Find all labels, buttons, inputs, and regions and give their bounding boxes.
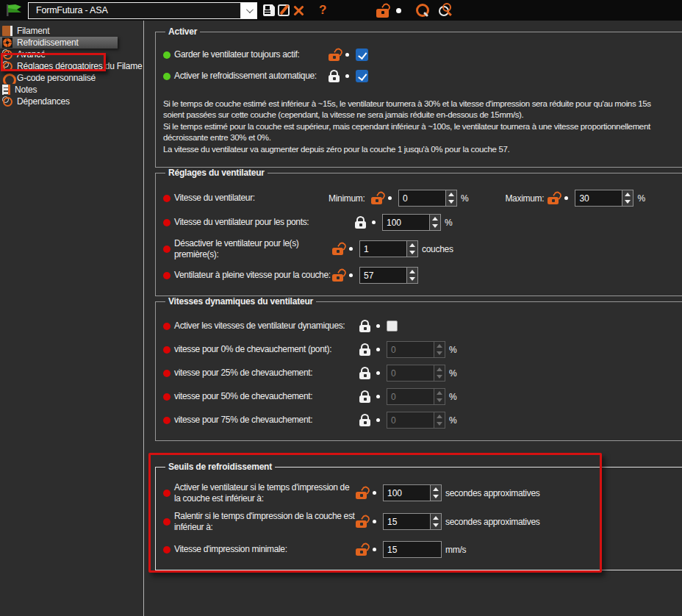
spin-up-button — [434, 412, 445, 420]
sidebar-item-dependances[interactable]: Dépendances — [0, 96, 143, 107]
group-title: Vitesses dynamiques du ventilateur — [165, 296, 316, 307]
dynamic-fan-checkbox[interactable] — [387, 320, 398, 332]
spinner-buttons — [434, 365, 445, 381]
unit-label: % — [449, 415, 456, 426]
sidebar-item-reglages-derogatoires[interactable]: Réglages dérogatoires du Filame — [0, 60, 143, 72]
spinner-buttons — [406, 268, 417, 283]
full-fan-speed-layer-input[interactable] — [360, 268, 406, 283]
sidebar-item-refroidissement[interactable]: Refroidissement — [0, 37, 118, 49]
option-dot-icon[interactable] — [564, 196, 568, 200]
sidebar-item-notes[interactable]: Notes — [0, 84, 143, 96]
spin-down-button[interactable] — [446, 198, 456, 207]
sidebar-item-avance[interactable]: Avancé — [0, 49, 143, 60]
unlock-icon[interactable] — [332, 243, 343, 255]
full-fan-speed-layer-field — [359, 267, 418, 284]
unlock-icon[interactable] — [356, 487, 367, 499]
slowdown-below-layer-time-input[interactable] — [384, 514, 430, 529]
unlock-icon[interactable] — [356, 543, 367, 556]
lock-icon[interactable] — [359, 414, 370, 426]
fan-always-on-checkbox[interactable] — [356, 49, 368, 61]
option-dot-icon[interactable] — [373, 520, 376, 523]
option-dot-icon[interactable] — [376, 348, 380, 351]
preset-dropdown-arrow[interactable] — [240, 3, 256, 18]
fan-below-layer-time-field — [383, 484, 442, 501]
rename-preset-button[interactable] — [276, 1, 291, 19]
option-dot-icon[interactable] — [388, 196, 392, 200]
option-dot-icon[interactable] — [349, 247, 353, 251]
setting-row-fan-speed: Vitesse du ventilateur: Minimum: % Maxim… — [163, 190, 682, 207]
option-dot-icon[interactable] — [345, 53, 349, 57]
lock-icon[interactable] — [359, 390, 370, 403]
search-button[interactable] — [401, 1, 431, 19]
option-dot-icon[interactable] — [376, 418, 380, 422]
group-activer: Activer Garder le ventilateur toujours a… — [155, 26, 682, 168]
setting-label: Activer le refroidissement automatique: — [174, 71, 329, 82]
spin-down-button — [434, 350, 445, 358]
min-print-speed-input[interactable] — [384, 542, 441, 557]
disable-fan-first-layers-input[interactable] — [360, 241, 406, 257]
option-dot-icon[interactable] — [376, 371, 380, 375]
spin-down-button[interactable] — [622, 198, 633, 207]
setting-row-disable-fan-first-layers: Désactiver le ventilateur pour le(s) pre… — [163, 238, 682, 259]
search-options-button[interactable] — [431, 1, 454, 19]
setting-row-overlap-75: vitesse pour 75% de chevauchement: % — [163, 412, 682, 429]
auto-cooling-checkbox[interactable] — [356, 70, 368, 82]
option-dot-icon[interactable] — [345, 74, 349, 78]
sidebar-item-label: Filament — [17, 26, 49, 36]
preset-select[interactable]: FormFutura - ASA — [28, 2, 257, 19]
toolbar-dot-icon[interactable] — [396, 8, 401, 13]
mode-bullet-red — [163, 219, 170, 226]
lock-icon[interactable] — [359, 367, 370, 379]
fan-below-layer-time-input[interactable] — [384, 485, 430, 501]
option-dot-icon[interactable] — [376, 395, 380, 398]
unlock-icon[interactable] — [371, 192, 382, 204]
lock-icon[interactable] — [355, 216, 366, 229]
option-dot-icon[interactable] — [373, 491, 376, 495]
option-dot-icon[interactable] — [376, 324, 380, 328]
delete-preset-button[interactable] — [291, 1, 306, 19]
search-icon — [414, 3, 429, 18]
option-dot-icon[interactable] — [349, 273, 353, 277]
spin-up-button[interactable] — [431, 485, 441, 493]
spin-up-button[interactable] — [446, 190, 456, 198]
lock-icon[interactable] — [359, 320, 370, 332]
overlap-0-input — [387, 342, 434, 357]
sidebar-item-filament[interactable]: Filament — [0, 25, 143, 37]
overlap-75-field — [387, 412, 445, 429]
search-options-icon — [438, 3, 453, 18]
settings-panel: Activer Garder le ventilateur toujours a… — [144, 21, 682, 616]
option-dot-icon[interactable] — [373, 548, 376, 551]
spin-up-button[interactable] — [407, 268, 417, 276]
note-icon — [2, 85, 10, 95]
unlock-icon[interactable] — [332, 269, 343, 282]
sidebar-item-label: Notes — [15, 85, 37, 95]
spin-up-button[interactable] — [430, 215, 440, 223]
lock-icon[interactable] — [329, 70, 340, 82]
spin-down-button[interactable] — [431, 522, 441, 530]
help-button[interactable]: ? — [317, 1, 328, 19]
gears-icon — [2, 96, 12, 107]
mode-bullet-green — [163, 73, 170, 80]
lock-icon[interactable] — [359, 343, 370, 356]
lock-all-button[interactable] — [375, 1, 390, 19]
mode-bullet-red — [163, 490, 170, 497]
unlock-icon[interactable] — [548, 192, 559, 204]
spin-down-button[interactable] — [407, 276, 417, 284]
spin-up-button[interactable] — [431, 514, 441, 522]
unlock-icon[interactable] — [329, 49, 340, 61]
mode-bullet-red — [163, 246, 170, 253]
sidebar-item-gcode-personnalise[interactable]: G-code personnalisé — [0, 72, 143, 84]
spin-down-button[interactable] — [431, 493, 441, 501]
fan-speed-max-input[interactable] — [575, 190, 622, 206]
unit-label: couches — [422, 244, 453, 254]
bridge-fan-speed-input[interactable] — [383, 215, 429, 230]
unlock-icon[interactable] — [356, 515, 367, 528]
spin-up-button[interactable] — [622, 190, 633, 198]
group-vitesses-dynamiques: Vitesses dynamiques du ventilateur Activ… — [155, 296, 682, 441]
spin-down-button[interactable] — [430, 223, 440, 231]
fan-speed-min-input[interactable] — [399, 190, 445, 206]
option-dot-icon[interactable] — [372, 221, 376, 224]
save-preset-button[interactable] — [262, 1, 276, 19]
spin-up-button[interactable] — [407, 241, 417, 249]
spin-down-button[interactable] — [407, 249, 417, 257]
